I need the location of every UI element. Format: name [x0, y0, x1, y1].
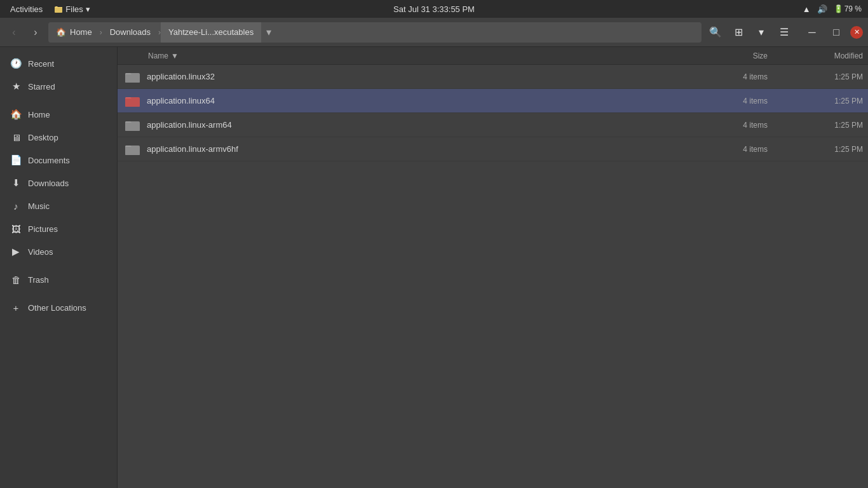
sidebar-item-videos-label: Videos: [28, 247, 53, 257]
col-header-name[interactable]: Name ▼: [148, 51, 691, 60]
videos-icon: ▶: [10, 246, 22, 257]
file-pane: Name ▼ Size Modified: [118, 47, 868, 488]
sidebar-item-downloads[interactable]: ⬇ Downloads: [3, 172, 114, 194]
file-name-cell-2: application.linux64: [125, 95, 691, 107]
breadcrumb-yahtzee[interactable]: Yahtzee-Li...xecutables: [161, 22, 261, 43]
search-icon: 🔍: [709, 26, 722, 38]
forward-button[interactable]: ›: [27, 24, 44, 41]
music-icon: ♪: [10, 201, 22, 212]
maximize-button[interactable]: □: [826, 22, 846, 43]
sort-indicator: ▼: [171, 51, 179, 60]
svg-rect-2: [125, 74, 140, 83]
file-list-header: Name ▼ Size Modified: [118, 47, 868, 65]
sidebar-item-pictures-label: Pictures: [28, 224, 58, 234]
table-row[interactable]: application.linux64 4 items 1:25 PM: [118, 89, 868, 113]
file-name-cell-3: application.linux-arm64: [125, 119, 691, 132]
svg-rect-6: [125, 123, 140, 131]
table-row[interactable]: application.linux32 4 items 1:25 PM: [118, 65, 868, 89]
col-header-modified[interactable]: Modified: [768, 51, 863, 60]
file-size-1: 4 items: [691, 72, 768, 81]
sidebar-item-other-locations[interactable]: + Other Locations: [3, 296, 114, 319]
sidebar-item-documents-label: Documents: [28, 156, 70, 165]
menu-button[interactable]: ☰: [774, 22, 794, 43]
table-row[interactable]: application.linux-armv6hf 4 items 1:25 P…: [118, 137, 868, 161]
sidebar: 🕐 Recent ★ Starred 🏠 Home 🖥 Desktop 📄 Do…: [0, 47, 118, 488]
hamburger-icon: ☰: [780, 26, 789, 38]
sidebar-item-home-label: Home: [28, 110, 50, 119]
files-menu-arrow: ▾: [86, 4, 90, 14]
view-toggle-button[interactable]: ⊞: [728, 22, 749, 43]
breadcrumb-downloads[interactable]: Downloads: [102, 22, 158, 43]
back-icon: ‹: [12, 27, 15, 38]
view-options-button[interactable]: ▾: [751, 22, 771, 43]
svg-rect-4: [125, 98, 140, 107]
view-grid-icon: ⊞: [735, 26, 743, 38]
battery-icon: 🔋: [834, 4, 843, 13]
sidebar-item-recent[interactable]: 🕐 Recent: [3, 52, 114, 75]
battery-percent: 79 %: [844, 4, 862, 13]
desktop-icon: 🖥: [10, 132, 22, 143]
home-icon: 🏠: [10, 109, 22, 120]
breadcrumb-bar: 🏠 Home › Downloads › Yahtzee-Li...xecuta…: [48, 22, 702, 43]
breadcrumb-yahtzee-label: Yahtzee-Li...xecutables: [168, 27, 254, 37]
minimize-icon: ─: [808, 27, 815, 38]
col-header-size[interactable]: Size: [691, 51, 768, 60]
folder-icon-1: [125, 71, 140, 83]
pictures-icon: 🖼: [10, 224, 22, 234]
search-button[interactable]: 🔍: [705, 22, 726, 43]
breadcrumb-home[interactable]: 🏠 Home: [48, 22, 100, 43]
activities-button[interactable]: Activities: [6, 3, 46, 15]
recent-icon: 🕐: [10, 58, 22, 69]
toolbar: ‹ › 🏠 Home › Downloads › Yahtzee-Li...xe…: [0, 18, 868, 47]
sidebar-item-desktop[interactable]: 🖥 Desktop: [3, 126, 114, 149]
file-size-4: 4 items: [691, 145, 768, 154]
sidebar-item-videos[interactable]: ▶ Videos: [3, 240, 114, 263]
folder-icon-4: [125, 143, 140, 156]
home-breadcrumb-icon: 🏠: [56, 27, 66, 37]
breadcrumb-dropdown-button[interactable]: ▾: [261, 26, 276, 38]
files-window: ‹ › 🏠 Home › Downloads › Yahtzee-Li...xe…: [0, 18, 868, 488]
file-name-1: application.linux32: [147, 72, 215, 81]
files-menu-label: Files: [65, 4, 83, 14]
sidebar-item-home[interactable]: 🏠 Home: [3, 103, 114, 126]
maximize-icon: □: [833, 27, 839, 38]
folder-topbar-icon: [54, 4, 63, 13]
sidebar-item-other-label: Other Locations: [28, 303, 86, 313]
sidebar-item-documents[interactable]: 📄 Documents: [3, 149, 114, 172]
sidebar-item-downloads-label: Downloads: [28, 179, 69, 188]
sidebar-item-music-label: Music: [28, 201, 50, 211]
file-modified-3: 1:25 PM: [768, 121, 863, 130]
files-menu[interactable]: Files ▾: [54, 4, 90, 14]
other-locations-icon: +: [10, 302, 22, 313]
minimize-button[interactable]: ─: [802, 22, 822, 43]
content-area: 🕐 Recent ★ Starred 🏠 Home 🖥 Desktop 📄 Do…: [0, 47, 868, 488]
topbar-right: ▲ 🔊 🔋 79 %: [803, 4, 862, 14]
file-modified-1: 1:25 PM: [768, 72, 863, 81]
file-modified-2: 1:25 PM: [768, 97, 863, 105]
downloads-icon: ⬇: [10, 177, 22, 189]
file-list: application.linux32 4 items 1:25 PM: [118, 65, 868, 488]
file-name-cell-4: application.linux-armv6hf: [125, 143, 691, 156]
sidebar-item-recent-label: Recent: [28, 59, 54, 69]
topbar: Activities Files ▾ Sat Jul 31 3:33:55 PM…: [0, 0, 868, 18]
chevron-down-icon: ▾: [266, 26, 271, 38]
close-button[interactable]: ✕: [850, 26, 863, 39]
sidebar-item-desktop-label: Desktop: [28, 133, 58, 142]
sidebar-item-trash[interactable]: 🗑 Trash: [3, 268, 114, 291]
svg-rect-8: [125, 147, 140, 155]
battery-indicator: 🔋 79 %: [834, 4, 862, 13]
file-name-4: application.linux-armv6hf: [147, 144, 238, 154]
topbar-left: Activities Files ▾: [6, 3, 90, 15]
svg-rect-0: [55, 7, 62, 13]
file-name-2: application.linux64: [147, 96, 215, 105]
sidebar-item-starred[interactable]: ★ Starred: [3, 75, 114, 98]
file-size-3: 4 items: [691, 121, 768, 130]
trash-icon: 🗑: [10, 274, 22, 285]
sidebar-item-starred-label: Starred: [28, 82, 55, 92]
sidebar-item-music[interactable]: ♪ Music: [3, 194, 114, 217]
sidebar-item-pictures[interactable]: 🖼 Pictures: [3, 217, 114, 240]
documents-icon: 📄: [10, 154, 22, 166]
back-button[interactable]: ‹: [5, 24, 23, 41]
file-name-cell-1: application.linux32: [125, 71, 691, 83]
table-row[interactable]: application.linux-arm64 4 items 1:25 PM: [118, 113, 868, 137]
